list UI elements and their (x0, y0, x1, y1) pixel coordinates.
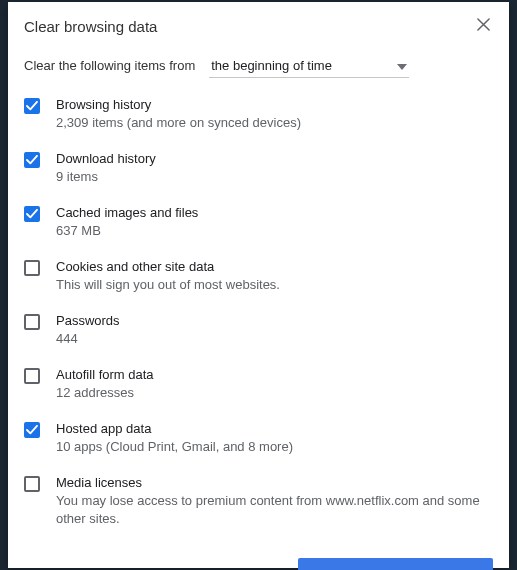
item-label: Cookies and other site data (56, 258, 493, 276)
item-label: Browsing history (56, 96, 493, 114)
time-range-selected-text: the beginning of time (211, 58, 332, 73)
item-sublabel: 12 addresses (56, 384, 493, 402)
item-label: Autofill form data (56, 366, 493, 384)
item-row: Download history9 items (24, 150, 493, 186)
item-sublabel: 444 (56, 330, 493, 348)
item-text: Download history9 items (56, 150, 493, 186)
item-label: Media licenses (56, 474, 493, 492)
checkbox[interactable] (24, 152, 40, 168)
dialog-header: Clear browsing data (8, 2, 509, 46)
close-button[interactable] (473, 16, 493, 36)
item-label: Cached images and files (56, 204, 493, 222)
item-text: Media licensesYou may lose access to pre… (56, 474, 493, 528)
checkbox[interactable] (24, 368, 40, 384)
dialog-title: Clear browsing data (24, 18, 157, 35)
item-row: Hosted app data10 apps (Cloud Print, Gma… (24, 420, 493, 456)
item-label: Hosted app data (56, 420, 493, 438)
checkbox[interactable] (24, 260, 40, 276)
item-sublabel: This will sign you out of most websites. (56, 276, 493, 294)
cancel-button[interactable]: CANCEL (202, 558, 287, 570)
item-text: Browsing history2,309 items (and more on… (56, 96, 493, 132)
close-icon (477, 17, 490, 35)
checkbox[interactable] (24, 314, 40, 330)
checkbox[interactable] (24, 476, 40, 492)
item-row: Autofill form data12 addresses (24, 366, 493, 402)
item-text: Autofill form data12 addresses (56, 366, 493, 402)
item-sublabel: You may lose access to premium content f… (56, 492, 493, 528)
chevron-down-icon (397, 58, 407, 73)
checkbox[interactable] (24, 422, 40, 438)
item-row: Browsing history2,309 items (and more on… (24, 96, 493, 132)
checkbox[interactable] (24, 98, 40, 114)
item-sublabel: 9 items (56, 168, 493, 186)
time-range-row: Clear the following items from the begin… (24, 54, 493, 78)
checkbox[interactable] (24, 206, 40, 222)
item-text: Passwords444 (56, 312, 493, 348)
item-row: Cached images and files637 MB (24, 204, 493, 240)
item-text: Hosted app data10 apps (Cloud Print, Gma… (56, 420, 493, 456)
clear-browsing-data-button[interactable]: CLEAR BROWSING DATA (298, 558, 493, 570)
clear-browsing-data-dialog: Clear browsing data Clear the following … (8, 2, 509, 568)
time-range-label: Clear the following items from (24, 58, 195, 73)
item-row: Passwords444 (24, 312, 493, 348)
item-sublabel: 2,309 items (and more on synced devices) (56, 114, 493, 132)
item-text: Cached images and files637 MB (56, 204, 493, 240)
dialog-footer: CANCEL CLEAR BROWSING DATA (8, 546, 509, 570)
item-row: Media licensesYou may lose access to pre… (24, 474, 493, 528)
item-row: Cookies and other site dataThis will sig… (24, 258, 493, 294)
item-label: Passwords (56, 312, 493, 330)
item-label: Download history (56, 150, 493, 168)
item-sublabel: 637 MB (56, 222, 493, 240)
item-text: Cookies and other site dataThis will sig… (56, 258, 493, 294)
item-sublabel: 10 apps (Cloud Print, Gmail, and 8 more) (56, 438, 493, 456)
dialog-body: Clear the following items from the begin… (8, 46, 509, 546)
time-range-select[interactable]: the beginning of time (209, 54, 409, 78)
items-list: Browsing history2,309 items (and more on… (24, 96, 493, 528)
